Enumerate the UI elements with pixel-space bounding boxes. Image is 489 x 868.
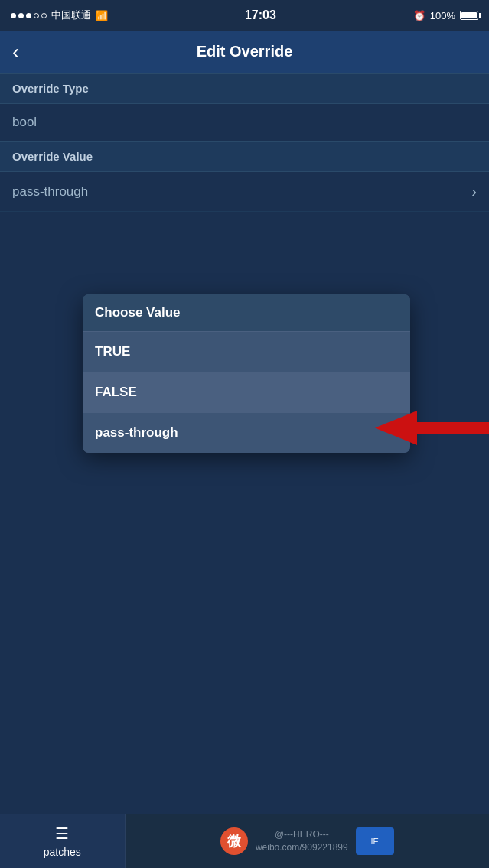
back-button[interactable]: ‹ xyxy=(12,41,19,63)
option-pass-through[interactable]: pass-through xyxy=(83,413,410,453)
red-arrow-indicator xyxy=(375,407,489,449)
svg-marker-0 xyxy=(375,411,489,445)
popup-title: Choose Value xyxy=(95,305,180,320)
battery-icon xyxy=(460,11,478,20)
override-value-value: pass-through xyxy=(12,184,88,200)
main-spacer xyxy=(0,212,489,273)
watermark-text: @---HERO--- weibo.com/909221899 xyxy=(256,828,348,854)
section-override-value-label: Override Value xyxy=(12,150,93,163)
dot3 xyxy=(26,13,31,18)
status-time: 17:03 xyxy=(245,8,276,22)
battery-fill xyxy=(461,12,477,18)
option-false-label: FALSE xyxy=(95,385,137,399)
patches-icon: ☰ xyxy=(55,824,69,843)
signal-dots xyxy=(11,13,47,18)
status-right: ⏰ 100% xyxy=(413,10,478,21)
watermark-area: 微 @---HERO--- weibo.com/909221899 IE xyxy=(126,814,489,868)
nav-bar: ‹ Edit Override xyxy=(0,31,489,73)
tab-bar: ☰ patches 微 @---HERO--- weibo.com/909221… xyxy=(0,814,489,868)
site-icon: IE xyxy=(356,827,394,855)
dot1 xyxy=(11,13,16,18)
tab-patches[interactable]: ☰ patches xyxy=(0,814,126,868)
dot2 xyxy=(18,13,24,18)
dot4 xyxy=(34,13,39,18)
section-override-type-header: Override Type xyxy=(0,73,489,104)
option-pass-through-label: pass-through xyxy=(95,425,178,440)
option-true-label: TRUE xyxy=(95,344,130,359)
alarm-icon: ⏰ xyxy=(413,10,425,21)
option-false[interactable]: FALSE xyxy=(83,372,410,413)
override-type-row: bool xyxy=(0,104,489,141)
watermark-line2: weibo.com/909221899 xyxy=(256,842,348,853)
section-override-type-label: Override Type xyxy=(12,82,89,95)
weibo-icon: 微 xyxy=(220,827,248,855)
battery-label: 100% xyxy=(430,10,455,21)
wifi-icon: 📶 xyxy=(96,10,108,21)
watermark-line1: @---HERO--- xyxy=(275,829,329,840)
tab-patches-label: patches xyxy=(44,846,81,858)
chevron-right-icon: › xyxy=(471,183,477,200)
nav-title: Edit Override xyxy=(197,43,293,60)
status-left: 中国联通 📶 xyxy=(11,8,108,22)
override-type-value: bool xyxy=(12,115,37,130)
dot5 xyxy=(41,13,47,18)
carrier-label: 中国联通 xyxy=(51,8,91,22)
option-true[interactable]: TRUE xyxy=(83,332,410,372)
section-override-value-header: Override Value xyxy=(0,141,489,172)
override-value-row[interactable]: pass-through › xyxy=(0,172,489,212)
choose-value-popup: Choose Value TRUE FALSE pass-through xyxy=(83,294,410,453)
popup-header: Choose Value xyxy=(83,294,410,332)
status-bar: 中国联通 📶 17:03 ⏰ 100% xyxy=(0,0,489,31)
